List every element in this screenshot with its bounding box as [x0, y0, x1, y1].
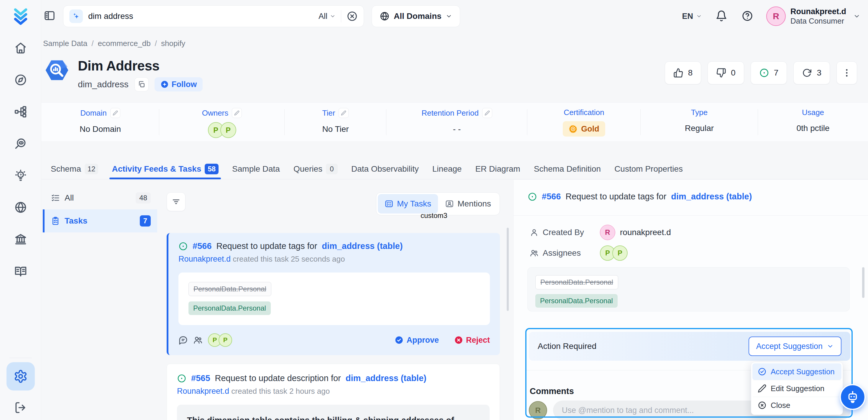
task-author-link[interactable]: Rounakpreet.d [177, 387, 229, 395]
menu-item-accept-suggestion[interactable]: Accept Suggestion [752, 363, 841, 380]
created-by-row: Created By R rounakpreet.d [530, 225, 671, 240]
logout-icon [14, 401, 27, 414]
breadcrumb-connection[interactable]: Sample Data [43, 39, 87, 48]
task-id-link[interactable]: #566 [193, 241, 212, 251]
approve-button[interactable]: Approve [395, 336, 439, 345]
usage-value: 0th pctile [796, 124, 829, 133]
assignees-row: Assignees P P [530, 245, 628, 261]
more-actions-button[interactable] [836, 61, 857, 84]
edit-retention-button[interactable] [482, 108, 492, 118]
search-clear-button[interactable] [346, 11, 358, 22]
app-window: All All Domains EN R Rounakpreet.d Data … [0, 0, 868, 420]
toggle-mentions[interactable]: Mentions [438, 194, 498, 214]
global-search-bar[interactable]: All [63, 5, 364, 27]
nav-domains[interactable] [14, 201, 27, 214]
recency-button[interactable]: 7 [751, 61, 787, 84]
nav-governance[interactable] [14, 233, 27, 246]
detail-task-id[interactable]: #566 [542, 192, 561, 202]
search-scope-dropdown[interactable]: All [318, 12, 336, 21]
nav-lineage[interactable] [14, 105, 27, 119]
nav-insights[interactable] [14, 169, 27, 182]
creator-avatar: R [600, 225, 615, 240]
tab-activity-feeds-tasks[interactable]: Activity Feeds & Tasks58 [112, 159, 219, 179]
nav-glossary[interactable] [14, 264, 27, 278]
upvote-button[interactable]: 8 [665, 61, 701, 84]
edit-owners-button[interactable] [232, 108, 242, 118]
atlan-logo-icon[interactable] [11, 7, 30, 26]
home-icon [14, 41, 27, 55]
tab-schema[interactable]: Schema12 [51, 159, 98, 179]
task-asset-link[interactable]: dim_address (table) [322, 241, 403, 251]
task-assignee-avatars[interactable]: P P [208, 333, 232, 347]
menu-item-edit-suggestion[interactable]: Edit Suggestion [752, 380, 841, 397]
tab-lineage[interactable]: Lineage [432, 159, 462, 179]
search-scope-label: All [318, 12, 328, 21]
globe-icon [14, 201, 27, 214]
action-dropdown-button[interactable]: Accept Suggestion [749, 336, 841, 356]
chatbot-button[interactable] [840, 384, 866, 410]
nav-settings[interactable] [6, 362, 35, 390]
tab-sample-data[interactable]: Sample Data [232, 159, 280, 179]
detail-scrollbar[interactable] [862, 267, 864, 298]
refresh-button[interactable]: 3 [794, 61, 830, 84]
breadcrumb-database[interactable]: ecommerce_db [98, 39, 151, 48]
all-domains-dropdown[interactable]: All Domains [372, 5, 460, 27]
ai-sparkles-icon[interactable] [69, 9, 83, 23]
logout-button[interactable] [14, 401, 27, 415]
detail-asset-link[interactable]: dim_address (table) [671, 192, 752, 202]
task-id-link[interactable]: #565 [191, 373, 210, 383]
downvote-button[interactable]: 0 [708, 61, 744, 84]
copy-link-button[interactable] [134, 77, 149, 91]
nav-observability[interactable] [14, 137, 27, 150]
search-input[interactable] [88, 11, 313, 21]
meta-tier: Tier No Tier [285, 102, 386, 141]
owners-avatars[interactable]: P P [208, 122, 236, 138]
tag-removed: PersonalData.Personal [535, 275, 618, 289]
task-title: Request to update tags for [216, 241, 317, 251]
follow-button[interactable]: Follow [155, 77, 203, 91]
nav-discover[interactable] [14, 73, 27, 87]
feed-scrollbar[interactable] [507, 228, 509, 311]
task-card-565[interactable]: #565 Request to update description for d… [167, 364, 500, 420]
filter-all[interactable]: All 48 [43, 186, 157, 209]
action-required-band: Action Required Accept Suggestion [529, 332, 850, 361]
type-value: Regular [685, 124, 714, 133]
bigquery-table-icon [43, 57, 71, 86]
check-circle-icon [758, 367, 767, 376]
robot-icon [846, 390, 860, 404]
comment-icon[interactable] [179, 335, 188, 345]
bank-icon [14, 233, 27, 246]
tag-removed: PersonalData.Personal [188, 282, 271, 296]
feed-filter-button[interactable] [167, 192, 186, 211]
breadcrumb-schema[interactable]: shopify [161, 39, 185, 48]
task-asset-link[interactable]: dim_address (table) [346, 373, 427, 383]
nav-home[interactable] [14, 41, 27, 55]
chevron-down-icon [853, 13, 860, 20]
tab-custom-properties[interactable]: Custom Properties [614, 159, 683, 179]
tab-queries[interactable]: Queries0 [293, 159, 338, 179]
reject-button[interactable]: Reject [454, 336, 490, 345]
thumbs-down-icon [716, 68, 726, 78]
language-dropdown[interactable]: EN [682, 12, 702, 21]
menu-item-close[interactable]: Close [752, 397, 841, 414]
task-author-link[interactable]: Rounakpreet.d [179, 254, 230, 263]
edit-tier-button[interactable] [339, 108, 349, 118]
asset-actions: 8 0 7 3 [665, 61, 857, 84]
detail-assignee-avatars[interactable]: P P [600, 245, 628, 261]
help-button[interactable] [741, 10, 754, 22]
notifications-button[interactable] [715, 10, 728, 22]
tab-er-diagram[interactable]: ER Diagram [475, 159, 520, 179]
edit-domain-button[interactable] [110, 108, 120, 118]
tab-schema-definition[interactable]: Schema Definition [534, 159, 601, 179]
filter-tasks[interactable]: Tasks 7 [43, 209, 157, 233]
lightbulb-icon [14, 169, 27, 182]
tab-data-observability[interactable]: Data Observability [351, 159, 419, 179]
detail-suggestion-box: PersonalData.Personal PersonalData.Perso… [527, 267, 850, 311]
sidebar-collapse-button[interactable] [44, 10, 57, 23]
assignee-avatar: P [219, 333, 232, 347]
user-menu[interactable]: R Rounakpreet.d Data Consumer [766, 6, 860, 26]
task-card-566[interactable]: #566 Request to update tags for dim_addr… [167, 233, 500, 355]
creator-name[interactable]: rounakpreet.d [620, 228, 671, 237]
assignees-icon[interactable] [193, 335, 203, 345]
toggle-my-tasks[interactable]: My Tasks [378, 194, 438, 214]
